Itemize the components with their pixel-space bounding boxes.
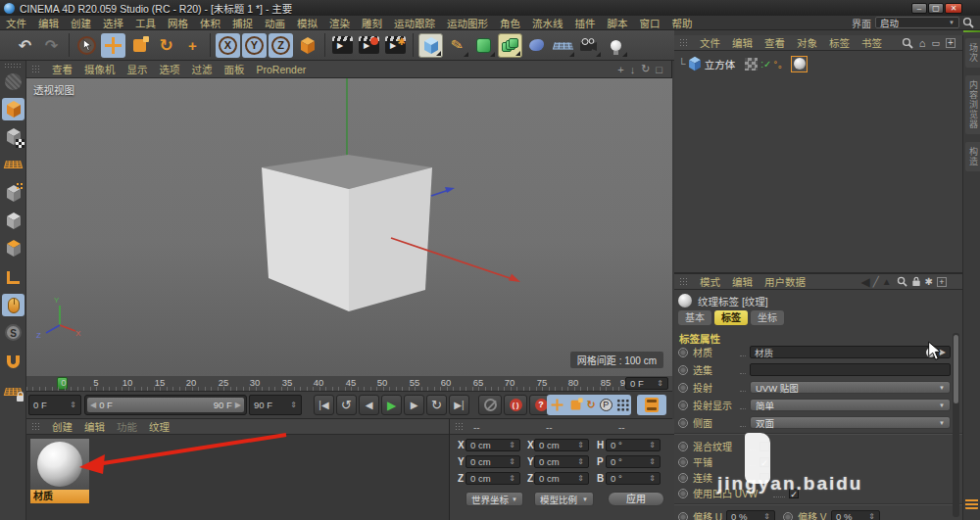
menu-item[interactable]: 动画 (265, 16, 285, 30)
go-to-start-button[interactable]: |◀ (314, 395, 334, 415)
object-name[interactable]: 立方体 (705, 57, 736, 71)
light-button[interactable] (604, 33, 628, 58)
menu-item[interactable]: 窗口 (640, 16, 661, 30)
pos-x-field[interactable]: 0 cm⇕ (466, 439, 520, 451)
go-to-end-button[interactable]: ▶| (449, 395, 469, 415)
pos-z-field[interactable]: 0 cm⇕ (466, 472, 520, 485)
keyframe-dot-icon[interactable] (678, 418, 688, 428)
search-icon[interactable] (897, 276, 907, 287)
collapse-icon[interactable]: ▭ (931, 38, 940, 48)
offset-v-field[interactable]: 0 %⇕ (831, 510, 880, 520)
tab-coordinates[interactable]: 坐标 (751, 310, 784, 325)
zoom-view-icon[interactable]: ↓ (630, 64, 636, 75)
viewport-menu-item[interactable]: 选项 (160, 62, 180, 76)
search-icon[interactable] (962, 17, 974, 28)
primitive-cube-button[interactable] (418, 33, 443, 58)
menu-item[interactable]: 工具 (135, 16, 156, 30)
timeline-ruler[interactable]: 0 5 10 15 20 25 30 35 40 45 50 55 60 65 … (26, 376, 672, 392)
rotate-view-icon[interactable]: ↻ (641, 63, 650, 75)
menu-item[interactable]: 帮助 (672, 16, 693, 30)
record-snapshot-button[interactable] (478, 395, 502, 415)
slider-left-arrow-icon[interactable]: ◀ (90, 401, 96, 409)
menu-item[interactable]: 渲染 (329, 16, 350, 30)
object-menu-item[interactable]: 对象 (797, 35, 817, 50)
next-frame-button[interactable]: ▶ (404, 395, 424, 415)
spline-pen-button[interactable]: ✎ (445, 33, 469, 58)
lock-y-axis-button[interactable]: Y (242, 33, 267, 58)
home-icon[interactable]: ⌂ (919, 37, 926, 49)
undo-button[interactable]: ↶ (13, 33, 37, 58)
previous-key-button[interactable]: ↺ (336, 395, 357, 415)
next-key-button[interactable]: ↻ (426, 395, 447, 415)
attribute-menu-item[interactable]: 用户数据 (764, 274, 806, 289)
palette-grip[interactable] (31, 422, 41, 431)
object-menu-item[interactable]: 书签 (861, 35, 882, 50)
play-button[interactable]: ▶ (381, 395, 402, 415)
layout-dropdown[interactable]: 启动 ▼ (875, 17, 959, 28)
key-rotation-toggle[interactable]: ↻ (586, 399, 595, 411)
pan-view-icon[interactable]: + (617, 64, 623, 75)
enable-snap-button[interactable] (2, 351, 24, 373)
apply-button[interactable]: 应用 (608, 492, 664, 506)
selection-field[interactable] (750, 363, 951, 376)
slider-right-arrow-icon[interactable]: ▶ (235, 401, 241, 409)
texture-mode-button[interactable] (2, 125, 24, 148)
size-x-field[interactable]: 0 cm⇕ (534, 439, 589, 451)
dock-tab-structure[interactable]: 构造 (965, 142, 980, 171)
keyframe-dot-icon[interactable] (678, 457, 688, 467)
attribute-menu-item[interactable]: 编辑 (732, 274, 753, 289)
keyframe-dot-icon[interactable] (678, 383, 688, 393)
projection-display-dropdown[interactable]: 简单▼ (750, 399, 951, 411)
live-selection-tool[interactable] (74, 33, 99, 58)
size-z-field[interactable]: 0 cm⇕ (534, 472, 589, 485)
minimize-button[interactable]: – (911, 3, 927, 14)
snap-settings-button[interactable]: S (2, 321, 24, 344)
panel-menu-icon[interactable] (965, 498, 978, 509)
start-frame-field[interactable]: 0 F⇕ (28, 395, 81, 415)
object-menu-item[interactable]: 文件 (700, 35, 720, 50)
points-mode-button[interactable] (2, 182, 24, 205)
record-keyframe-button[interactable]: ( ) (504, 395, 527, 415)
history-back-icon[interactable]: ◀ (860, 275, 869, 289)
make-editable-button[interactable] (2, 71, 24, 93)
scene-cube[interactable] (26, 78, 672, 376)
volume-builder-button[interactable] (498, 33, 522, 58)
palette-grip[interactable] (4, 63, 22, 69)
viewport-canvas[interactable]: 透视视图 网格间距 : 100 cm Y X Z (26, 78, 672, 376)
menu-item[interactable]: 捕捉 (232, 16, 253, 30)
view-label[interactable]: 透视视图 (33, 82, 74, 97)
keyframe-selection-button[interactable] (637, 395, 666, 415)
rot-p-field[interactable]: 0 °⇕ (606, 455, 661, 468)
new-panel-icon[interactable]: + (937, 277, 947, 287)
expand-icon[interactable]: + (946, 38, 956, 48)
viewport-menu-item[interactable]: 查看 (52, 62, 73, 76)
viewport-menu-item[interactable]: 摄像机 (84, 62, 116, 76)
keyframe-dot-icon[interactable] (678, 473, 688, 483)
lock-x-axis-button[interactable]: X (216, 33, 240, 58)
keyframe-dot-icon[interactable] (678, 442, 688, 451)
key-scale-toggle[interactable] (571, 401, 581, 410)
menu-item[interactable]: 选择 (103, 16, 123, 30)
floor-button[interactable] (551, 33, 575, 58)
menu-item[interactable]: 脚本 (608, 16, 628, 30)
object-menu-item[interactable]: 标签 (829, 35, 850, 50)
current-frame-field[interactable]: 0 F⇕ (625, 377, 668, 390)
frame-range-slider[interactable]: ◀ 0 F 90 F ▶ (84, 395, 247, 415)
keyframe-dot-icon[interactable] (678, 512, 688, 520)
render-picture-viewer-button[interactable] (357, 33, 381, 58)
toggle-view-icon[interactable]: □ (656, 64, 662, 75)
menu-item[interactable]: 文件 (6, 16, 26, 30)
subdivision-surface-button[interactable] (471, 33, 496, 58)
rot-b-field[interactable]: 0 °⇕ (606, 472, 661, 485)
viewport-menu-item[interactable]: ProRender (257, 64, 307, 75)
menu-item[interactable]: 插件 (575, 16, 596, 30)
menu-item[interactable]: 流水线 (532, 16, 564, 30)
spinner-icon[interactable]: ⇕ (290, 401, 297, 409)
fields-button[interactable] (524, 33, 549, 58)
side-dropdown[interactable]: 双面▼ (750, 416, 951, 429)
size-y-field[interactable]: 0 cm⇕ (534, 455, 589, 468)
tab-tag[interactable]: 标签 (714, 310, 748, 325)
coordinate-space-dropdown[interactable]: 世界坐标▼ (466, 492, 523, 506)
keyframe-dot-icon[interactable] (783, 512, 793, 520)
menu-item[interactable]: 运动图形 (447, 16, 488, 30)
